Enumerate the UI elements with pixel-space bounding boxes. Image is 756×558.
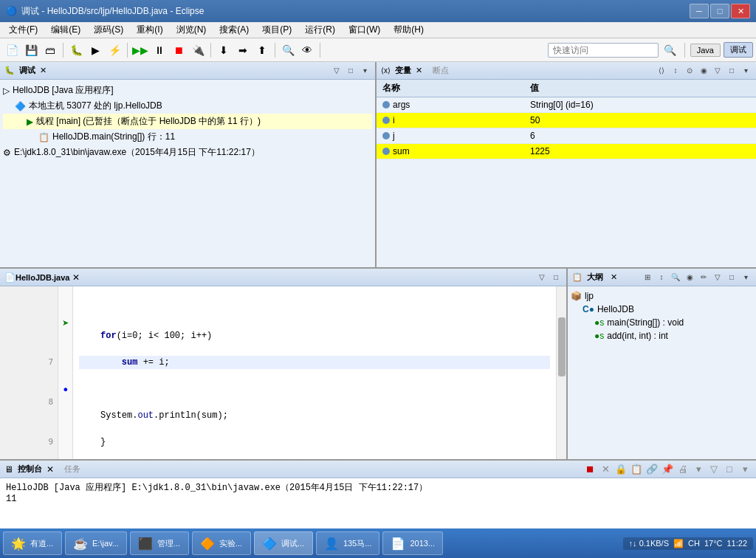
taskbar-label-debug: 调试... — [281, 538, 304, 549]
var-settings-icon[interactable]: ▾ — [740, 65, 752, 77]
outline-maximize[interactable]: □ — [726, 272, 738, 283]
outline-settings[interactable]: ▾ — [740, 272, 752, 283]
run-button[interactable]: ▶ — [86, 41, 104, 59]
taskbar-item-youdao[interactable]: 🌟 有道... — [3, 531, 62, 555]
disconnect-button[interactable]: 🔌 — [189, 41, 207, 59]
outline-icon3[interactable]: 🔍 — [670, 272, 681, 283]
debug-maximize-icon[interactable]: □ — [345, 65, 357, 77]
menu-edit[interactable]: 编辑(E) — [45, 22, 86, 38]
menu-search[interactable]: 搜索(A) — [213, 22, 255, 38]
menu-refactor[interactable]: 重构(I) — [131, 22, 168, 38]
console-settings[interactable]: ▾ — [692, 463, 705, 476]
outline-item-package[interactable]: 📦 ljp — [571, 289, 753, 303]
debug-button[interactable]: 🐛 — [67, 41, 85, 59]
step-return-button[interactable]: ⬆ — [253, 41, 271, 59]
resume-button[interactable]: ▶▶ — [131, 41, 149, 59]
console-output: HelloJDB [Java 应用程序] E:\jdk1.8.0_31\bin\… — [0, 478, 756, 528]
method-add-icon: ●s — [594, 331, 604, 341]
stop-console-icon[interactable]: ⏹ — [583, 463, 597, 476]
step-into-button[interactable]: ⬇ — [215, 41, 233, 59]
separator-6 — [684, 43, 685, 58]
debug-minimize-icon[interactable]: ▽ — [331, 65, 343, 77]
console-icon-1[interactable]: 📋 — [630, 463, 643, 476]
outline-icon4[interactable]: ◉ — [684, 272, 695, 283]
outline-minimize[interactable]: ▽ — [712, 272, 724, 283]
code-text[interactable]: for(i=0; i< 100; i++) sum += i; System.o… — [73, 286, 556, 459]
var-icon4[interactable]: ◉ — [698, 65, 709, 77]
console-controls: ⏹ ✕ 🔒 📋 🔗 📌 🖨 ▾ ▽ □ ▾ — [583, 463, 752, 476]
new-button[interactable]: 📄 — [3, 41, 21, 59]
clear-console-icon[interactable]: ✕ — [599, 463, 612, 476]
taskbar-item-135[interactable]: 👤 135马... — [316, 531, 380, 555]
var-row-sum[interactable]: sum 1225 — [377, 144, 756, 159]
console-icon-2[interactable]: 🔗 — [645, 463, 659, 476]
close-button[interactable]: ✕ — [731, 4, 750, 18]
code-file-icon: 📄 — [4, 272, 16, 283]
maximize-button[interactable]: □ — [710, 4, 729, 18]
taskbar-item-java[interactable]: ☕ E:\jav... — [65, 531, 127, 555]
tree-item-frame[interactable]: 📋 HelloJDB.main(String[]) 行：11 — [3, 129, 372, 145]
code-editor-content[interactable]: . 7 8 9 10 11 12 13 14 15 16 17 ➤ — [0, 286, 566, 459]
menu-source[interactable]: 源码(S) — [88, 22, 129, 38]
debug-perspective-button[interactable]: 调试 — [724, 42, 753, 58]
stop-button[interactable]: ⏹ — [170, 41, 188, 59]
save-button[interactable]: 💾 — [22, 41, 40, 59]
tree-item-process[interactable]: 🔷 本地主机 53077 处的 ljp.HelloJDB — [3, 98, 372, 114]
outline-icon5[interactable]: ✏ — [698, 272, 709, 283]
minimize-button[interactable]: ─ — [690, 4, 709, 18]
thread-icon: ▶ — [27, 117, 33, 127]
tree-item-thread[interactable]: ▶ 线程 [main] (已暂挂（断点位于 HelloJDB 中的第 11 行）… — [3, 114, 372, 129]
console-settings2[interactable]: ▾ — [738, 463, 752, 476]
save-all-button[interactable]: 🗃 — [41, 41, 59, 59]
console-maximize[interactable]: □ — [723, 463, 736, 476]
search-icon-btn[interactable]: 🔍 — [662, 41, 679, 59]
debug-settings-icon[interactable]: ▾ — [359, 65, 371, 77]
console-icon-3[interactable]: 📌 — [661, 463, 674, 476]
taskbar-item-debug[interactable]: 🔷 调试... — [254, 531, 313, 555]
var-maximize-icon[interactable]: □ — [726, 65, 738, 77]
code-maximize-icon[interactable]: □ — [550, 272, 562, 283]
code-minimize-icon[interactable]: ▽ — [536, 272, 548, 283]
run-last-button[interactable]: ⚡ — [106, 41, 123, 59]
var-row-j[interactable]: j 6 — [377, 128, 756, 144]
taskbar-item-admin[interactable]: ⬛ 管理... — [130, 531, 189, 555]
menu-navigate[interactable]: 浏览(N) — [171, 22, 213, 38]
line-numbers: . 7 8 9 10 11 12 13 14 15 16 17 — [0, 286, 58, 459]
tree-item-jvm[interactable]: ⚙ E:\jdk1.8.0_31\bin\javaw.exe（2015年4月15… — [3, 145, 372, 160]
quick-access-input[interactable] — [548, 43, 659, 58]
var-row-i[interactable]: i 50 — [377, 113, 756, 128]
menu-project[interactable]: 项目(P) — [256, 22, 298, 38]
tree-item-app[interactable]: ▷ HelloJDB [Java 应用程序] — [3, 83, 372, 98]
outline-item-class[interactable]: C● HelloJDB — [571, 303, 753, 316]
menu-run[interactable]: 运行(R) — [299, 22, 341, 38]
var-row-args[interactable]: args String[0] (id=16) — [377, 97, 756, 113]
window-controls: ─ □ ✕ — [690, 4, 750, 18]
var-icon3[interactable]: ⊙ — [684, 65, 695, 77]
use-step-button[interactable]: 🔍 — [279, 41, 297, 59]
console-minimize[interactable]: ▽ — [707, 463, 721, 476]
outline-item-main[interactable]: ●s main(String[]) : void — [571, 316, 753, 329]
outline-icon2[interactable]: ↕ — [656, 272, 667, 283]
var-icon2[interactable]: ↕ — [670, 65, 681, 77]
taskbar-label-youdao: 有道... — [30, 538, 53, 549]
watch-button[interactable]: 👁 — [298, 41, 316, 59]
taskbar-label-word: 2013... — [410, 539, 435, 548]
step-over-button[interactable]: ➡ — [234, 41, 252, 59]
outline-icon: 📋 — [572, 272, 583, 282]
scroll-lock-icon[interactable]: 🔒 — [614, 463, 628, 476]
var-icon1[interactable]: ⟨⟩ — [656, 65, 667, 77]
var-minimize-icon[interactable]: ▽ — [712, 65, 724, 77]
java-perspective-button[interactable]: Java — [690, 44, 721, 57]
menu-file[interactable]: 文件(F) — [3, 22, 44, 38]
console-icon-4[interactable]: 🖨 — [676, 463, 690, 476]
suspend-button[interactable]: ⏸ — [151, 41, 168, 59]
outline-item-add[interactable]: ●s add(int, int) : int — [571, 329, 753, 342]
menu-window[interactable]: 窗口(W) — [343, 22, 386, 38]
menu-help[interactable]: 帮助(H) — [388, 22, 430, 38]
outline-icon1[interactable]: ⊞ — [642, 272, 653, 283]
scrollbar-thumb[interactable] — [558, 317, 566, 376]
taskbar-item-word[interactable]: 📄 2013... — [382, 531, 443, 555]
code-scrollbar[interactable] — [556, 286, 566, 459]
taskbar-item-exp[interactable]: 🔶 实验... — [192, 531, 251, 555]
code-editor-controls: ▽ □ — [536, 272, 562, 283]
